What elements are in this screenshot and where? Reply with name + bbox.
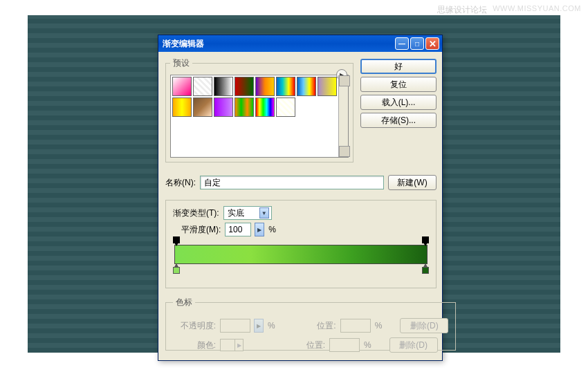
side-buttons: 好 复位 载入(L)... 存储(S)... <box>360 59 437 128</box>
stop-color-swatch: ▶ <box>220 339 244 351</box>
opacity-stop-left[interactable] <box>173 236 180 245</box>
preset-swatch[interactable] <box>214 77 233 96</box>
watermark: 思缘设计论坛 WWW.MISSYUAN.COM <box>437 4 581 16</box>
delete-color-stop-button: 删除(D) <box>389 337 438 353</box>
preset-swatch[interactable] <box>214 97 233 117</box>
opacity-label: 不透明度: <box>173 320 216 332</box>
color-stops-group: 色标 不透明度: ▶ % 位置: % 删除(D) 颜色: ▶ 位置: % 删除(… <box>165 297 456 351</box>
gradient-type-value: 实底 <box>228 207 244 219</box>
preset-swatch[interactable] <box>235 77 254 96</box>
position-label: 位置: <box>282 340 325 351</box>
close-button[interactable]: ✕ <box>425 37 439 50</box>
presets-scrollbar[interactable] <box>338 75 348 157</box>
opacity-input <box>220 319 250 333</box>
chevron-down-icon: ▼ <box>259 207 269 218</box>
preset-swatch[interactable] <box>172 97 192 117</box>
titlebar-buttons: — □ ✕ <box>395 37 439 50</box>
gradient-editor-group: 渐变类型(T): 实底 ▼ 平滑度(M): ▶ % <box>165 200 437 288</box>
smoothness-label: 平滑度(M): <box>181 224 221 236</box>
watermark-url: WWW.MISSYUAN.COM <box>493 4 581 16</box>
new-button[interactable]: 新建(W) <box>388 175 437 190</box>
gradient-type-select[interactable]: 实底 ▼ <box>223 206 272 220</box>
preset-swatch[interactable] <box>276 97 295 117</box>
ok-button[interactable]: 好 <box>360 59 437 74</box>
gradient-preview-bar[interactable] <box>174 245 428 264</box>
percent-label: % <box>375 321 383 331</box>
preset-swatch[interactable] <box>276 77 295 96</box>
opacity-position-input <box>340 319 371 333</box>
presets-legend: 预设 <box>170 57 192 69</box>
smoothness-input[interactable] <box>225 223 251 236</box>
name-row: 名称(N): 新建(W) <box>165 175 437 190</box>
preset-swatch[interactable] <box>172 77 192 96</box>
color-stop-left[interactable] <box>173 266 180 274</box>
spinner-arrow-icon: ▶ <box>254 319 264 333</box>
preset-swatch[interactable] <box>318 77 337 96</box>
name-input[interactable] <box>200 176 384 189</box>
position-label: 位置: <box>293 320 336 332</box>
preset-swatch[interactable] <box>193 77 212 96</box>
dialog-body: 预设 ▶ <box>158 52 442 360</box>
titlebar[interactable]: 渐变编辑器 — □ ✕ <box>158 35 442 52</box>
minimize-button[interactable]: — <box>395 37 409 50</box>
preset-swatch[interactable] <box>255 97 275 117</box>
color-position-input <box>329 338 360 352</box>
opacity-stop-right[interactable] <box>422 236 429 245</box>
save-button[interactable]: 存储(S)... <box>360 113 437 128</box>
gradient-type-label: 渐变类型(T): <box>173 207 219 219</box>
color-stop-right[interactable] <box>422 266 429 274</box>
presets-list <box>170 75 349 158</box>
presets-group: 预设 ▶ <box>165 57 353 162</box>
percent-label: % <box>364 340 371 350</box>
spinner-arrow-icon[interactable]: ▶ <box>255 223 264 236</box>
percent-label: % <box>268 321 275 331</box>
delete-opacity-stop-button: 删除(D) <box>400 318 448 333</box>
load-button[interactable]: 载入(L)... <box>360 95 437 110</box>
gradient-editor-dialog: 渐变编辑器 — □ ✕ 预设 ▶ <box>158 35 443 361</box>
dialog-title: 渐变编辑器 <box>163 38 204 50</box>
preset-swatch[interactable] <box>235 97 254 117</box>
name-label: 名称(N): <box>165 177 196 189</box>
preset-swatch[interactable] <box>297 77 316 96</box>
stops-legend: 色标 <box>173 297 195 308</box>
maximize-button[interactable]: □ <box>410 37 424 50</box>
color-label: 颜色: <box>173 340 216 351</box>
preset-swatch[interactable] <box>193 97 212 117</box>
preset-swatch[interactable] <box>255 77 275 96</box>
cancel-button[interactable]: 复位 <box>360 77 437 92</box>
percent-label: % <box>268 225 276 234</box>
watermark-site: 思缘设计论坛 <box>437 4 487 16</box>
gradient-bar-wrap <box>173 245 429 264</box>
